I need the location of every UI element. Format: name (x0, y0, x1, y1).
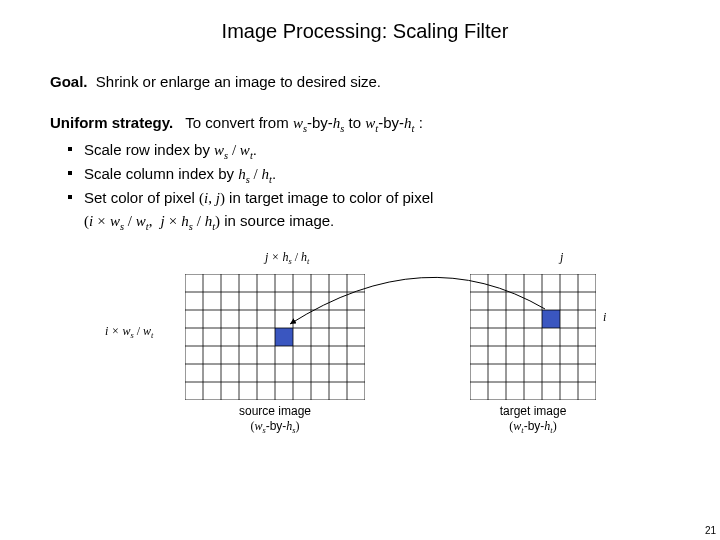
strategy-text: To convert from ws-by-hs to wt-by-ht : (181, 114, 422, 131)
scaling-figure: j × hs / ht i × ws / wt j i source image… (55, 254, 675, 464)
mapping-arrow (55, 254, 675, 464)
bullet-list: Scale row index by ws / wt. Scale column… (50, 139, 680, 234)
goal-paragraph: Goal. Shrink or enlarge an image to desi… (50, 71, 680, 92)
goal-text: Shrink or enlarge an image to desired si… (96, 73, 381, 90)
strategy-paragraph: Uniform strategy. To convert from ws-by-… (50, 112, 680, 234)
list-item: Scale column index by hs / ht. (84, 163, 680, 187)
page-number: 21 (705, 525, 716, 536)
list-item: Scale row index by ws / wt. (84, 139, 680, 163)
list-item: Set color of pixel (i, j) in target imag… (84, 187, 680, 234)
page-title: Image Processing: Scaling Filter (50, 20, 680, 43)
strategy-label: Uniform strategy. (50, 114, 173, 131)
goal-label: Goal. (50, 73, 88, 90)
